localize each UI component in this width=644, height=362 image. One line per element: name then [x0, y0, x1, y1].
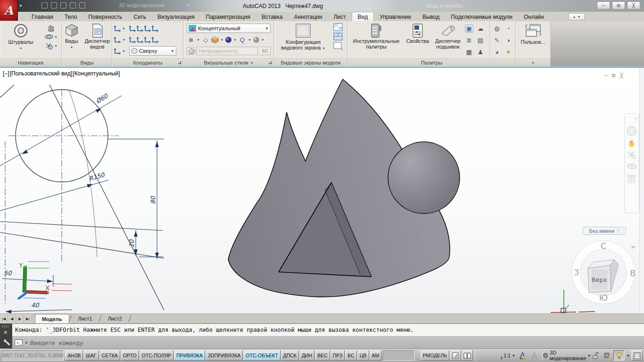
- sphere[interactable]: [388, 142, 460, 214]
- quickcalc-icon[interactable]: ≣: [465, 36, 473, 44]
- dialog-launcher-icon[interactable]: [178, 61, 181, 64]
- toggle-ots-polyar[interactable]: ОТС-ПОЛЯР: [140, 350, 174, 361]
- viewport-minimize-control[interactable]: [−]: [3, 70, 9, 77]
- viewport-view-control[interactable]: [Пользовательский вид]: [10, 70, 73, 77]
- materials-browser-icon[interactable]: ◔: [504, 25, 512, 33]
- ribbon-minimize-button[interactable]: ▲▼: [569, 13, 585, 20]
- doc-close-icon[interactable]: ╳: [620, 73, 623, 79]
- toggle-ots-obekt[interactable]: ОТС-ОБЪЕКТ: [243, 350, 280, 361]
- tab-poverhnost[interactable]: Поверхность: [83, 12, 128, 21]
- user-interface-button[interactable]: Пользов...: [517, 21, 550, 58]
- viewport-config-button[interactable]: Конфигурация видового экрана ▼: [277, 21, 329, 58]
- tab-model[interactable]: Модель: [35, 314, 69, 323]
- panel-title-palettes[interactable]: Палитры: [421, 60, 443, 66]
- chevron-down-icon[interactable]: ▼: [220, 38, 223, 41]
- face-color-cube-icon[interactable]: [211, 36, 219, 43]
- tab-moduli[interactable]: Подключаемые модули: [445, 12, 518, 21]
- chevron-down-icon[interactable]: ▼: [54, 44, 58, 48]
- pan-hand-icon[interactable]: [46, 23, 56, 32]
- ucs-previous-icon[interactable]: [130, 37, 136, 42]
- panel-title-views[interactable]: Виды: [81, 60, 94, 66]
- quick-view-layouts-button[interactable]: [450, 350, 461, 361]
- toggle-din[interactable]: ДИН: [299, 350, 314, 361]
- visual-style-select[interactable]: Концептуальный ▼: [187, 24, 271, 33]
- tab-vstavka[interactable]: Вставка: [256, 12, 289, 21]
- viewport-named-icon[interactable]: [333, 23, 343, 31]
- quick-view-drawings-button[interactable]: [462, 350, 473, 361]
- view-manager-button[interactable]: Диспетчер видов: [83, 21, 112, 58]
- doc-restore-icon[interactable]: ⧉: [612, 73, 616, 79]
- chevron-down-icon[interactable]: ▼: [197, 38, 200, 41]
- tab-glavnaya[interactable]: Главная: [26, 12, 59, 21]
- panel-title-coordinates[interactable]: Координаты: [133, 60, 163, 66]
- autoscale-button[interactable]: [529, 350, 540, 361]
- drawing-area[interactable]: Ø60 R150 80 20 50 40 Y X: [0, 68, 644, 313]
- visual-styles-palette-icon[interactable]: ◑: [504, 36, 512, 44]
- minimize-button[interactable]: ─: [597, 1, 610, 9]
- plan-view-icon[interactable]: [115, 48, 121, 54]
- ucs-view-icon[interactable]: [152, 25, 158, 31]
- tab-sheet1[interactable]: Лист1: [72, 314, 99, 323]
- steering-wheels-button[interactable]: Штурвалы ▼: [0, 21, 41, 58]
- sheet-set-manager-button[interactable]: Диспетчер подшивок: [433, 21, 463, 58]
- ucs-icon[interactable]: [115, 25, 121, 31]
- close-button[interactable]: ╳: [627, 1, 640, 9]
- toggle-bs[interactable]: БС: [345, 350, 356, 361]
- workspace-dropdown-icon[interactable]: ▼: [186, 3, 190, 8]
- workspace-switcher[interactable]: 3D моделирование: [119, 2, 165, 8]
- tab-parametrizaciya[interactable]: Параметризация: [200, 12, 256, 21]
- toolbar-lock-button[interactable]: [590, 350, 601, 361]
- doc-minimize-icon[interactable]: ─: [604, 73, 608, 79]
- quick-access-toolbar[interactable]: [41, 2, 89, 8]
- pan-ghost-icon[interactable]: ✋: [627, 140, 636, 147]
- chevron-down-icon[interactable]: ▼: [248, 38, 251, 41]
- save-file-icon[interactable]: [60, 2, 66, 8]
- undo-icon[interactable]: [70, 2, 76, 8]
- chevron-down-icon[interactable]: ▼: [25, 341, 28, 345]
- viewcube-roll-arrow-icon[interactable]: [631, 246, 636, 249]
- workspace-switch-button[interactable]: ⚙ 3D моделирование ▼: [544, 350, 589, 361]
- lower-plate-line[interactable]: [0, 232, 164, 258]
- viewport-restore-icon[interactable]: [333, 42, 343, 50]
- render-palette-icon[interactable]: ◕: [493, 48, 501, 56]
- viewport-join-icon[interactable]: [333, 33, 343, 41]
- last-tab-button[interactable]: ▶|: [24, 314, 32, 323]
- toggle-3dprivyazka[interactable]: 3DПРИВЯЗКА: [206, 350, 243, 361]
- calculator-icon[interactable]: ▤: [476, 36, 485, 44]
- viewport-style-control[interactable]: [Концептуальный]: [73, 70, 120, 77]
- panel-title-navigation[interactable]: Навигация: [18, 60, 43, 66]
- properties-button[interactable]: Свойства: [405, 21, 431, 58]
- sun-properties-icon[interactable]: ☀: [504, 48, 512, 56]
- toggle-shag[interactable]: ШАГ: [83, 350, 99, 361]
- status-tray-bulb-button[interactable]: [613, 350, 625, 361]
- environment-sphere-icon[interactable]: [253, 36, 260, 43]
- ucs-3point-icon[interactable]: [152, 37, 158, 42]
- ucs-world-icon[interactable]: [130, 25, 136, 31]
- restore-button[interactable]: ⧉: [612, 1, 625, 9]
- panel-expand-icon[interactable]: ▼: [531, 61, 535, 65]
- command-history[interactable]: Команда: '_3DFOrbit Нажмите ESC или ENTE…: [12, 324, 644, 337]
- zoom-extents-icon[interactable]: [44, 42, 54, 49]
- tab-vid[interactable]: Вид: [352, 12, 374, 21]
- canvas-scrollbar[interactable]: [639, 68, 644, 313]
- ucs-face-icon[interactable]: [145, 25, 151, 31]
- chevron-down-icon[interactable]: ▼: [122, 27, 125, 30]
- model-paper-toggle[interactable]: РМОДЕЛЬ: [421, 350, 449, 361]
- command-close-icon[interactable]: ✕: [3, 329, 8, 336]
- toggle-privyazka[interactable]: ПРИВЯЗКА: [174, 350, 205, 361]
- prev-tab-button[interactable]: ◀: [8, 314, 16, 323]
- command-line-window-icon[interactable]: ▣: [465, 25, 473, 33]
- tab-onlain[interactable]: Онлайн: [518, 12, 550, 21]
- texture-off-icon[interactable]: Q: [238, 36, 247, 44]
- navbar-close-icon[interactable]: ✕: [634, 115, 637, 122]
- tab-vyvod[interactable]: Вывод: [417, 12, 445, 21]
- opacity-slider[interactable]: Непрозрачность: [197, 47, 258, 55]
- open-file-icon[interactable]: [51, 2, 57, 8]
- material-sphere-icon[interactable]: [225, 36, 232, 43]
- upper-plate-line[interactable]: [0, 222, 163, 230]
- redo-icon[interactable]: [79, 2, 85, 8]
- xray-sphere-icon[interactable]: [187, 47, 195, 55]
- panel-flyout-icon[interactable]: ▼: [250, 61, 254, 65]
- toggle-orto[interactable]: ОРТО: [121, 350, 139, 361]
- orbit-ghost-icon[interactable]: [627, 163, 637, 170]
